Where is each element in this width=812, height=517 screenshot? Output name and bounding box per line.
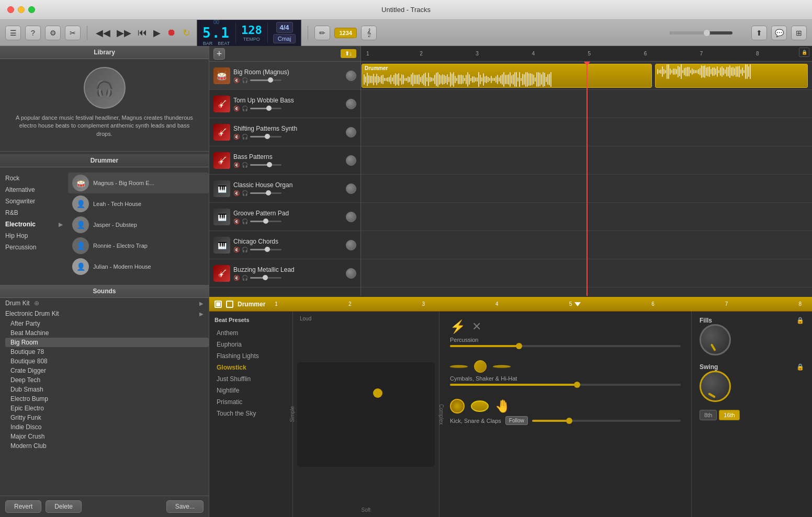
volume-slider-6[interactable] (250, 221, 281, 222)
share-btn[interactable]: ⬆ (751, 26, 767, 40)
drummer-cat-songwriter[interactable]: Songwriter (0, 196, 68, 207)
headphones-btn-3[interactable]: 🎧 (242, 134, 248, 140)
mute-btn-3[interactable]: 🔇 (233, 134, 240, 140)
track-row-bass[interactable]: 🎸 Bass Patterns 🔇 🎧 (209, 146, 360, 175)
track-row-chicago[interactable]: 🎹 Chicago Chords 🔇 🎧 (209, 231, 360, 259)
time-sig-display[interactable]: 4/4 Cmaj (273, 22, 296, 43)
play-btn[interactable]: ▶ (151, 25, 163, 41)
track-knob-4[interactable] (346, 155, 356, 166)
revert-button[interactable]: Revert (5, 500, 41, 513)
cymbals-slider[interactable] (450, 384, 681, 386)
skip-back-btn[interactable]: ⏮ (136, 25, 149, 41)
bit-16th-btn[interactable]: 16th (719, 410, 739, 420)
track-knob-3[interactable] (346, 127, 356, 137)
maximize-button[interactable] (28, 6, 35, 13)
minimize-button[interactable] (18, 6, 25, 13)
percussion-slider[interactable] (450, 345, 681, 347)
sound-gritty-funk[interactable]: Gritty Funk (5, 413, 209, 422)
sound-crate-digger[interactable]: Crate Digger (5, 366, 209, 375)
headphones-btn-5[interactable]: 🎧 (242, 190, 248, 196)
headphones-btn-2[interactable]: 🎧 (242, 106, 248, 111)
drummer-preset-jasper[interactable]: 👤 Jasper - Dubstep (68, 214, 209, 235)
sound-boutique-808[interactable]: Boutique 808 (5, 357, 209, 366)
record-btn[interactable]: ⏺ (165, 25, 178, 41)
preset-just-shufflin[interactable]: Just Shufflin (209, 373, 292, 385)
grid-btn[interactable]: ⊞ (791, 26, 807, 40)
help-btn[interactable]: ? (25, 26, 41, 40)
fills-knob[interactable] (700, 324, 731, 355)
cycle-btn[interactable]: ↻ (181, 25, 193, 41)
volume-slider-2[interactable] (250, 108, 281, 109)
tracks-mode-btn[interactable]: ⬆↓ (341, 49, 357, 58)
track-row-groove[interactable]: 🎹 Groove Pattern Pad 🔇 🎧 (209, 203, 360, 231)
preset-euphoria[interactable]: Euphoria (209, 339, 292, 350)
preset-prismatic[interactable]: Prismatic (209, 396, 292, 408)
sound-dub-smash[interactable]: Dub Smash (5, 385, 209, 394)
mute-btn-4[interactable]: 🔇 (233, 162, 240, 168)
sound-after-party[interactable]: After Party (5, 319, 209, 328)
drummer-region[interactable]: Drummer (362, 64, 652, 88)
drummer-preset-julian[interactable]: 👤 Julian - Modern House (68, 256, 209, 277)
save-button[interactable]: Save... (166, 500, 204, 513)
sound-electro-bump[interactable]: Electro Bump (5, 394, 209, 404)
drummer-cat-hiphop[interactable]: Hip Hop (0, 230, 68, 242)
sound-epic-electro[interactable]: Epic Electro (5, 404, 209, 413)
mute-btn-6[interactable]: 🔇 (233, 219, 240, 224)
drummer-region-2[interactable] (655, 64, 808, 88)
volume-slider-7[interactable] (250, 249, 281, 250)
follow-button[interactable]: Follow (505, 416, 528, 425)
volume-slider-3[interactable] (250, 136, 281, 137)
swing-knob[interactable] (700, 371, 731, 402)
pencil-btn[interactable]: ✏ (314, 26, 330, 40)
preset-glowstick[interactable]: Glowstick (209, 362, 292, 373)
sound-indie-disco[interactable]: Indie Disco (5, 422, 209, 432)
headphones-btn-7[interactable]: 🎧 (242, 247, 248, 252)
headphones-btn[interactable]: 🎧 (242, 77, 248, 83)
add-track-btn[interactable]: + (213, 48, 225, 60)
close-button[interactable] (7, 6, 14, 13)
sounds-cat-electronic[interactable]: Electronic Drum Kit ▶ (0, 308, 209, 319)
headphones-btn-6[interactable]: 🎧 (242, 219, 248, 224)
fastfwd-btn[interactable]: ▶▶ (115, 25, 133, 41)
settings-btn[interactable]: ⚙ (45, 26, 61, 40)
sound-big-room[interactable]: Big Room (5, 338, 209, 347)
sound-beat-machine[interactable]: Beat Machine (5, 328, 209, 338)
drummer-cat-rock[interactable]: Rock (0, 173, 68, 184)
preset-touch-the-sky[interactable]: Touch the Sky (209, 408, 292, 419)
drummer-cat-electronic[interactable]: Electronic ▶ (0, 219, 68, 230)
preset-flashing-lights[interactable]: Flashing Lights (209, 350, 292, 362)
library-btn[interactable]: ☰ (5, 26, 21, 40)
volume-slider[interactable] (250, 79, 281, 81)
volume-slider-4[interactable] (250, 164, 281, 166)
kick-snare-slider[interactable] (532, 420, 681, 422)
mute-btn-7[interactable]: 🔇 (233, 247, 240, 252)
track-row-shifting[interactable]: 🎸 Shifting Patterns Synth 🔇 🎧 (209, 118, 360, 146)
track-row-organ[interactable]: 🎹 Classic House Organ 🔇 🎧 (209, 175, 360, 203)
track-knob-5[interactable] (346, 183, 356, 194)
fills-lock-icon[interactable]: 🔒 (796, 317, 804, 324)
rewind-btn[interactable]: ◀◀ (94, 25, 112, 41)
drum-pad-grid[interactable] (297, 362, 435, 467)
sound-boutique-78[interactable]: Boutique 78 (5, 347, 209, 357)
drum-pad-dot[interactable] (373, 388, 382, 398)
track-knob-8[interactable] (346, 268, 356, 279)
metronome-btn[interactable]: 𝄞 (361, 26, 377, 40)
sound-modern-club[interactable]: Modern Club (5, 441, 209, 451)
drummer-preset-leah[interactable]: 👤 Leah - Tech House (68, 193, 209, 214)
delete-button[interactable]: Delete (46, 500, 82, 513)
track-row-wobble[interactable]: 🎸 Torn Up Wobble Bass 🔇 🎧 (209, 90, 360, 118)
drummer-cat-percussion[interactable]: Percussion (0, 242, 68, 253)
preset-anthem[interactable]: Anthem (209, 327, 292, 339)
track-row-buzzing[interactable]: 🎸 Buzzing Metallic Lead 🔇 🎧 (209, 259, 360, 288)
scissors-btn[interactable]: ✂ (65, 26, 81, 40)
drummer-cat-alternative[interactable]: Alternative (0, 184, 68, 196)
smart-controls-btn[interactable]: 1234 (334, 28, 356, 38)
track-row-bigroom[interactable]: 🥁 Big Room (Magnus) 🔇 🎧 (209, 62, 360, 90)
sounds-cat-drumkit[interactable]: Drum Kit ⊕ ▶ (0, 298, 209, 308)
volume-slider-8[interactable] (250, 277, 281, 279)
drummer-cat-rnb[interactable]: R&B (0, 207, 68, 219)
swing-lock-icon[interactable]: 🔒 (796, 363, 804, 371)
chat-btn[interactable]: 💬 (771, 26, 787, 40)
bit-8th-btn[interactable]: 8th (700, 410, 717, 420)
track-knob[interactable] (346, 71, 356, 81)
